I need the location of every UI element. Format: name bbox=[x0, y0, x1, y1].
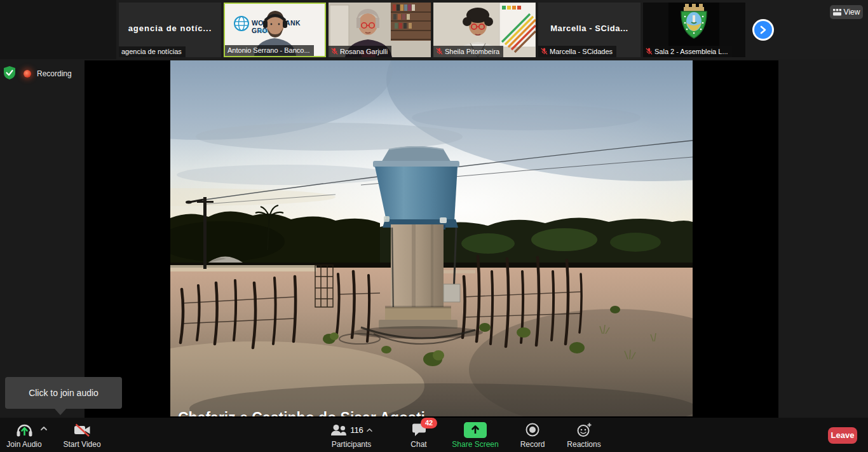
video-tile-marcella[interactable]: Marcella - SCida... Marcella - SCidades bbox=[538, 3, 641, 57]
participants-button[interactable]: 116 Participants bbox=[320, 418, 383, 452]
muted-mic-icon bbox=[331, 47, 338, 55]
muted-mic-icon bbox=[541, 47, 548, 55]
tile-name-label: Antonio Serrano - Banco... bbox=[225, 45, 314, 56]
shared-screen-caption: Chafariz e Castinho do Sisar Agosti... bbox=[178, 409, 661, 416]
shared-screen-stage: Chafariz e Castinho do Sisar Agosti... bbox=[85, 60, 778, 418]
chevron-right-icon bbox=[754, 21, 772, 39]
reactions-smiley-icon bbox=[576, 422, 592, 437]
start-video-button[interactable]: Start Video bbox=[58, 418, 105, 452]
view-button-label: View bbox=[844, 8, 860, 17]
leave-button[interactable]: Leave bbox=[828, 427, 857, 444]
join-audio-button[interactable]: Join Audio bbox=[1, 418, 47, 452]
security-shield-icon[interactable] bbox=[3, 65, 17, 83]
video-filmstrip: agencia de notíc... agencia de notícias … bbox=[0, 0, 868, 59]
video-camera-off-icon bbox=[74, 423, 91, 437]
tile-name-label: Marcella - SCidades bbox=[538, 46, 616, 57]
recording-label: Recording bbox=[37, 69, 72, 78]
tile-display-name: Marcella - SCida... bbox=[538, 24, 641, 33]
view-button[interactable]: View bbox=[830, 5, 863, 19]
participants-icon bbox=[330, 424, 348, 436]
headphones-icon bbox=[16, 422, 33, 438]
chat-button[interactable]: 42 Chat bbox=[397, 418, 441, 452]
muted-mic-icon bbox=[436, 47, 443, 55]
tooltip-arrow bbox=[55, 409, 66, 415]
tile-name-label: Sala 2 - Assembleia L... bbox=[643, 46, 732, 57]
tile-display-name: agencia de notíc... bbox=[119, 24, 221, 33]
water-tower-photo bbox=[170, 60, 693, 416]
reactions-button[interactable]: Reactions bbox=[562, 418, 606, 452]
participants-count: 116 bbox=[350, 425, 363, 435]
tile-name-label: Sheila Pitombeira bbox=[433, 46, 503, 57]
filmstrip-left-padding bbox=[0, 0, 116, 59]
muted-mic-icon bbox=[646, 47, 653, 55]
video-tile-sheila[interactable]: Sheila Pitombeira bbox=[433, 3, 536, 57]
gallery-view-icon bbox=[833, 9, 841, 16]
chevron-up-icon[interactable] bbox=[366, 428, 373, 432]
record-button[interactable]: Record bbox=[510, 418, 555, 452]
share-screen-button[interactable]: Share Screen bbox=[438, 418, 512, 452]
meeting-toolbar: Join Audio Start Video bbox=[0, 418, 868, 452]
record-icon bbox=[525, 422, 540, 437]
chat-unread-badge: 42 bbox=[421, 418, 437, 428]
video-tile-antonio[interactable]: WORLD BANK GROUP Water Antonio Serrano -… bbox=[224, 3, 326, 57]
tile-name-label: agencia de notícias bbox=[119, 46, 186, 57]
video-tile-sala2[interactable]: Sala 2 - Assembleia L... bbox=[643, 3, 745, 57]
video-tile-agencia[interactable]: agencia de notíc... agencia de notícias bbox=[119, 3, 221, 57]
chevron-up-icon[interactable] bbox=[40, 426, 48, 431]
tile-name-label: Rosana Garjulli bbox=[329, 46, 391, 57]
zoom-meeting-window: agencia de notíc... agencia de notícias … bbox=[0, 0, 868, 452]
share-screen-icon bbox=[464, 422, 487, 438]
video-tile-rosana[interactable]: Rosana Garjulli bbox=[329, 3, 431, 57]
next-participants-page-button[interactable] bbox=[752, 19, 774, 41]
shared-screen-photo: Chafariz e Castinho do Sisar Agosti... bbox=[170, 60, 693, 416]
recording-dot-icon bbox=[24, 70, 31, 78]
join-audio-tooltip[interactable]: Click to join audio bbox=[5, 377, 122, 409]
